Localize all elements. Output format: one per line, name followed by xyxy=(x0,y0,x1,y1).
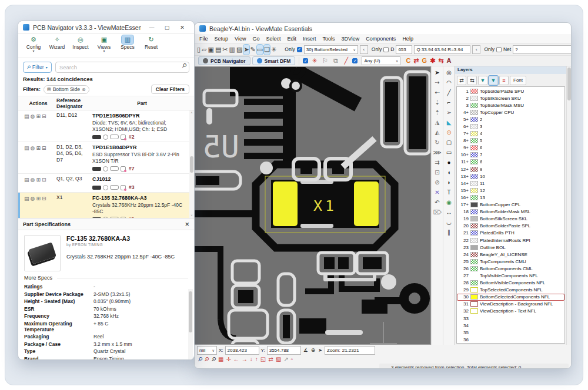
layer-row[interactable]: 26 BottomComponents CML xyxy=(457,265,564,272)
more-specs-link[interactable]: More Specs xyxy=(24,275,52,281)
arc-right-tool[interactable]: ◗ xyxy=(445,177,454,187)
fit-all-button[interactable]: ⇆ xyxy=(467,76,477,85)
layer-row[interactable]: 22 PlatedInternalRouts RPI xyxy=(457,237,564,244)
pad-tool[interactable]: ◎ xyxy=(445,68,454,77)
display-option-checkbox-2[interactable] xyxy=(352,58,358,63)
layer-row[interactable]: 13+ 10 xyxy=(457,173,564,180)
pin-tool[interactable]: ◉ xyxy=(445,197,454,207)
layer-color-swatch[interactable] xyxy=(470,323,478,328)
layer-row[interactable]: 31 ViewDescription - Background NFL xyxy=(457,301,564,308)
reset-button[interactable]: ↻ Reset ▾ xyxy=(141,35,162,58)
arc-tool[interactable]: ◠ xyxy=(445,78,454,87)
cut-button[interactable]: ✂ xyxy=(222,45,228,55)
views-button[interactable]: ▣ Views ▾ xyxy=(93,35,115,58)
fit-columns-button[interactable]: ⇄ xyxy=(457,76,466,85)
close-view-icon[interactable]: ▫ xyxy=(291,355,293,363)
select-sketch-button[interactable]: ✎ xyxy=(250,45,256,55)
pointer-icon[interactable]: ➤ xyxy=(318,348,323,353)
rectangle-tool[interactable]: ▢ xyxy=(445,137,454,147)
d-code-input[interactable] xyxy=(396,45,412,54)
footprint-icon[interactable]: ⊟ xyxy=(42,113,46,119)
select-window-button[interactable]: ▭ xyxy=(257,45,263,55)
open-file-button[interactable]: ▱ xyxy=(202,45,206,55)
layer-row[interactable]: 2 TopSilkScreen SKU xyxy=(457,95,564,102)
document-icon[interactable]: ▤ xyxy=(24,113,29,119)
layer-row[interactable]: 34 xyxy=(457,322,564,329)
layer-color-swatch[interactable] xyxy=(470,110,478,115)
layer-color-swatch[interactable] xyxy=(470,89,478,94)
layer-row[interactable]: 12+ 9 xyxy=(457,166,564,173)
menu-item[interactable]: File xyxy=(199,36,208,42)
footprint-icon[interactable]: ⊟ xyxy=(42,196,46,201)
globe-icon[interactable]: ◍ xyxy=(31,196,35,201)
layer-color-swatch[interactable] xyxy=(470,223,478,228)
vertex-tool[interactable]: ➢ xyxy=(445,107,454,117)
layers-overlay-icon[interactable]: ⧉ xyxy=(331,56,340,66)
only-layer-checkbox[interactable] xyxy=(297,47,302,52)
pan-left-icon[interactable]: ← xyxy=(233,355,239,363)
layer-color-swatch[interactable] xyxy=(470,238,478,243)
component-tool-c[interactable]: C xyxy=(406,56,410,65)
layer-row[interactable]: 8+ 5 xyxy=(457,137,564,144)
layer-color-swatch[interactable] xyxy=(470,294,478,300)
specs-button[interactable]: ▥ Specs ▾ xyxy=(117,35,138,58)
footprint-icon[interactable]: ⊟ xyxy=(42,145,46,151)
layer-row[interactable]: 23 Outline BOL xyxy=(457,244,564,251)
curve-tool[interactable]: ◡ xyxy=(445,217,454,227)
inspect-button[interactable]: ◎ Inspect ▾ xyxy=(70,35,91,58)
layer-row[interactable]: 7+ 4 xyxy=(457,130,564,137)
layer-color-swatch[interactable] xyxy=(470,131,478,136)
menu-item[interactable]: Help xyxy=(402,36,413,42)
layer-row[interactable]: 35 xyxy=(457,329,564,336)
grid-toggle-icon[interactable]: ▦ xyxy=(218,355,223,363)
availability-badge[interactable] xyxy=(121,166,126,172)
menu-item[interactable]: Select xyxy=(266,36,280,42)
layer-row[interactable]: 21 PlatedDrills PTH xyxy=(457,230,564,237)
layer-color-swatch[interactable] xyxy=(470,124,478,129)
layer-row[interactable]: 1 TopSolderPaste SPU xyxy=(457,88,564,95)
menu-item[interactable]: Go xyxy=(252,36,259,42)
move-layer-down-button[interactable]: ▼ xyxy=(478,76,487,85)
datasheet-badge[interactable] xyxy=(103,135,108,140)
route-tool[interactable]: ⌐ xyxy=(445,98,454,107)
availability-badge[interactable] xyxy=(121,185,126,190)
layer-row[interactable]: 33 xyxy=(457,315,564,322)
layer-color-swatch[interactable] xyxy=(470,96,478,101)
layer-row[interactable]: 3 TopSolderMask MSU xyxy=(457,102,564,109)
layer-color-swatch[interactable] xyxy=(470,308,478,314)
measure-line-icon[interactable]: ╱ xyxy=(342,56,350,66)
table-row[interactable]: ▤ ◍ ⊞ ⊟ Q1, Q2, Q3 CJ1012 xyxy=(18,174,189,193)
layer-row[interactable]: 19 BottomSilkScreen SKL xyxy=(457,216,564,223)
filter-button[interactable]: ⚲ Filter ▾ xyxy=(23,62,52,73)
datasheet-badge[interactable] xyxy=(103,166,108,172)
layer-color-swatch[interactable] xyxy=(470,273,478,278)
angle-measure-icon[interactable]: ∡ xyxy=(303,347,309,353)
layer-color-swatch[interactable] xyxy=(470,181,478,186)
text-tool[interactable]: T xyxy=(445,187,454,197)
y-coordinate-input[interactable] xyxy=(267,346,301,355)
globe-icon[interactable]: ◍ xyxy=(31,113,35,119)
layer-color-swatch[interactable] xyxy=(470,174,478,179)
menu-item[interactable]: Edit xyxy=(287,36,296,42)
layer-color-swatch[interactable] xyxy=(470,230,478,236)
move-items-tool[interactable]: ⇉ xyxy=(433,157,442,167)
menu-item[interactable]: View xyxy=(235,36,246,42)
center-view-tool[interactable]: ⊡ xyxy=(433,167,442,177)
remove-filter-icon[interactable]: ⊗ xyxy=(82,87,86,92)
undo-tool[interactable]: ↶ xyxy=(433,197,442,207)
layer-row[interactable]: 17+ BottomCopper CPL xyxy=(457,201,564,209)
bottom-side-filter-chip[interactable]: ▤ Bottom Side ⊗ xyxy=(44,85,89,94)
save-button[interactable]: ▣ xyxy=(208,45,214,55)
layer-row[interactable]: 15+ 12 xyxy=(457,187,564,194)
units-dropdown[interactable]: mil ∨ xyxy=(197,346,217,355)
drill-tool[interactable]: ✱ xyxy=(430,56,435,65)
pan-down-icon[interactable]: ↓ xyxy=(250,355,253,363)
layer-color-swatch[interactable] xyxy=(470,330,478,335)
deselect-up-tool[interactable]: ⇡ xyxy=(433,107,442,117)
layer-row[interactable]: 20 BottomSolderPaste SPL xyxy=(457,223,564,230)
package-icon[interactable]: ⊞ xyxy=(36,145,41,151)
flag-icon[interactable]: ⚐ xyxy=(320,56,329,66)
layer-row[interactable]: 5+ 2 xyxy=(457,116,564,123)
availability-badge[interactable] xyxy=(121,135,126,140)
layer-row[interactable]: 27 TopVisibleComponents NFL xyxy=(457,272,564,279)
